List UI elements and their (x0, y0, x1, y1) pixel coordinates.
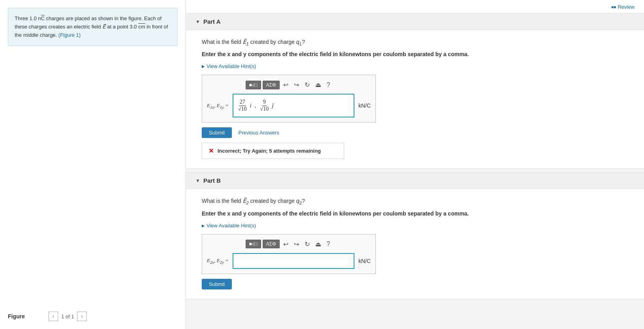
part-b-math-label: E2x, E2y = (207, 257, 229, 265)
figure-page-indicator: 1 of 1 (61, 314, 74, 320)
part-b-chevron-icon: ▼ (195, 178, 200, 183)
part-a-symbol-button[interactable]: ΑΣΦ (263, 81, 280, 89)
part-a-hint-link[interactable]: View Available Hint(s) (202, 63, 256, 69)
part-a-section: ▼ Part A What is the field E⃗1 created b… (186, 13, 644, 169)
part-b-section: ▼ Part B What is the field E⃗2 created b… (186, 172, 644, 299)
problem-text: Three 1.0 nC charges are placed as shown… (15, 15, 168, 38)
part-a-error-text: Incorrect; Try Again; 5 attempts remaini… (218, 148, 321, 154)
part-b-unit: kN/C (358, 258, 371, 264)
part-a-unit: kN/C (358, 102, 371, 109)
part-a-error-icon: ✕ (208, 147, 214, 155)
part-b-math-field[interactable] (233, 253, 354, 269)
part-a-chevron-icon: ▼ (195, 19, 200, 25)
review-link[interactable]: Review (611, 4, 635, 10)
part-b-submit-button[interactable]: Submit (202, 279, 232, 289)
part-b-symbol-button[interactable]: ΑΣΦ (263, 240, 280, 248)
frac-27-sqrt10: 27 √10 (237, 99, 248, 113)
part-b-help-button[interactable]: ? (325, 239, 332, 249)
part-a-keyboard-button[interactable]: ⏏ (313, 80, 323, 90)
part-b-toolbar: ■√□ ΑΣΦ ↩ ↪ ↻ ⏏ ? (207, 239, 371, 249)
part-a-format-button[interactable]: ■√□ (246, 81, 261, 89)
part-a-toolbar: ■√□ ΑΣΦ ↩ ↪ ↻ ⏏ ? (207, 80, 371, 90)
part-a-submit-row: Submit Previous Answers (202, 127, 628, 138)
figure-link[interactable]: (Figure 1) (59, 32, 81, 38)
part-b-question: What is the field E⃗2 created by charge … (202, 197, 628, 206)
part-a-math-label: E1x, E1y = (207, 102, 229, 110)
part-a-instruction: Enter the x and y components of the elec… (202, 50, 628, 59)
part-b-hint-link[interactable]: View Available Hint(s) (202, 223, 256, 229)
part-a-help-button[interactable]: ? (325, 80, 332, 90)
figure-next-button[interactable]: › (77, 312, 87, 321)
part-b-math-editor: ■√□ ΑΣΦ ↩ ↪ ↻ ⏏ ? E2x, E2y = (202, 234, 376, 274)
frac-9-sqrt10: 9 √10 (259, 99, 270, 113)
part-a-input-row: E1x, E1y = 27 √10 i , (207, 94, 371, 117)
part-a-header[interactable]: ▼ Part A (186, 13, 644, 30)
part-b-undo-button[interactable]: ↩ (281, 239, 290, 249)
part-a-math-editor: ■√□ ΑΣΦ ↩ ↪ ↻ ⏏ ? E1x, E1y = (202, 75, 376, 123)
part-b-format-button[interactable]: ■√□ (246, 240, 261, 248)
part-a-prev-answers-link[interactable]: Previous Answers (238, 130, 279, 136)
part-a-math-field[interactable]: 27 √10 i , 9 √10 ĵ (233, 94, 354, 117)
part-b-input-row: E2x, E2y = kN/C (207, 253, 371, 269)
part-a-title: Part A (203, 18, 221, 25)
part-a-math-content: 27 √10 i , 9 √10 ĵ (237, 99, 273, 113)
part-a-submit-button[interactable]: Submit (202, 127, 232, 138)
part-a-error-box: ✕ Incorrect; Try Again; 5 attempts remai… (202, 143, 344, 159)
part-a-reset-button[interactable]: ↻ (303, 80, 312, 90)
figure-label: Figure (8, 313, 25, 320)
part-b-keyboard-button[interactable]: ⏏ (313, 239, 323, 249)
problem-description: Three 1.0 nC charges are placed as shown… (8, 8, 178, 46)
part-b-header[interactable]: ▼ Part B (186, 172, 644, 189)
part-a-undo-button[interactable]: ↩ (281, 80, 290, 90)
part-b-redo-button[interactable]: ↪ (292, 239, 301, 249)
part-b-reset-button[interactable]: ↻ (303, 239, 312, 249)
part-a-redo-button[interactable]: ↪ (292, 80, 301, 90)
part-a-question: What is the field E⃗1 created by charge … (202, 38, 628, 47)
figure-prev-button[interactable]: ‹ (49, 312, 58, 321)
part-b-submit-row: Submit (202, 279, 628, 289)
part-b-title: Part B (203, 177, 221, 184)
part-b-instruction: Enter the x and y components of the elec… (202, 210, 628, 218)
